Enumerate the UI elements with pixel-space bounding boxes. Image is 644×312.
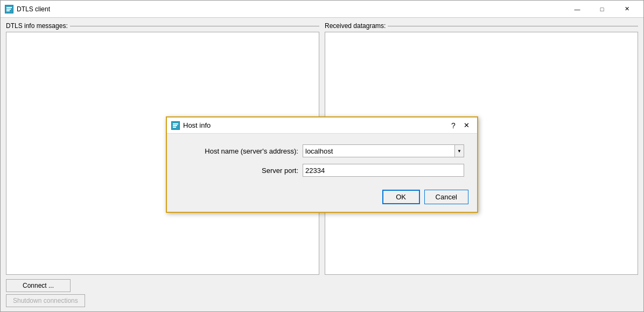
dialog-footer: OK Cancel — [167, 185, 477, 212]
window-controls: — □ ✕ — [565, 1, 639, 18]
dialog-overlay: Host info ? ✕ Host name (server's addres… — [1, 18, 643, 311]
app-icon — [5, 5, 13, 13]
dialog-close-button[interactable]: ✕ — [460, 119, 473, 132]
close-button[interactable]: ✕ — [614, 1, 639, 18]
svg-rect-2 — [6, 7, 12, 8]
cancel-button[interactable]: Cancel — [424, 190, 468, 204]
main-window: DTLS client — □ ✕ DTLS info messages: Re… — [0, 0, 644, 312]
hostname-label: Host name (server's address): — [180, 147, 298, 155]
maximize-button[interactable]: □ — [590, 1, 614, 18]
hostname-dropdown-button[interactable]: ▼ — [454, 144, 464, 157]
port-row: Server port: — [180, 164, 464, 177]
host-info-dialog: Host info ? ✕ Host name (server's addres… — [166, 116, 478, 213]
title-bar: DTLS client — □ ✕ — [1, 1, 643, 18]
dialog-icon — [171, 121, 180, 130]
ok-button[interactable]: OK — [382, 190, 420, 204]
port-label: Server port: — [180, 167, 298, 175]
svg-rect-3 — [6, 9, 11, 10]
svg-rect-8 — [173, 125, 177, 126]
svg-rect-7 — [173, 123, 178, 124]
hostname-combo: ▼ — [303, 144, 464, 157]
dialog-body: Host name (server's address): ▼ Server p… — [167, 134, 477, 185]
window-title: DTLS client — [17, 5, 565, 13]
dialog-help-button[interactable]: ? — [447, 119, 460, 132]
minimize-button[interactable]: — — [565, 1, 590, 18]
svg-rect-9 — [173, 127, 176, 128]
dialog-title: Host info — [183, 121, 447, 129]
port-input[interactable] — [303, 164, 464, 177]
hostname-input[interactable] — [303, 144, 454, 157]
hostname-row: Host name (server's address): ▼ — [180, 144, 464, 157]
main-content: DTLS info messages: Received datagrams: … — [1, 18, 643, 311]
dialog-title-bar: Host info ? ✕ — [167, 117, 477, 134]
svg-rect-4 — [6, 10, 10, 11]
